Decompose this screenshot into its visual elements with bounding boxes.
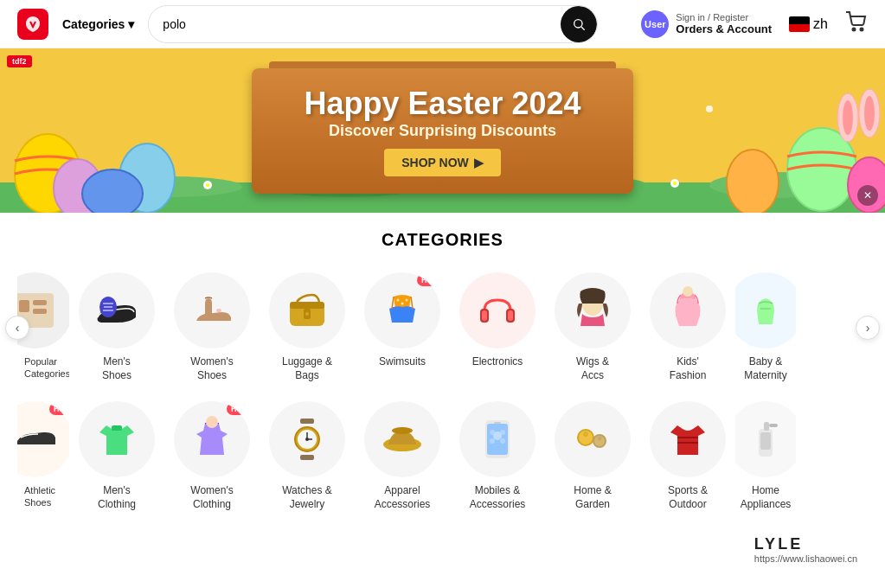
list-item[interactable]: ApparelAccessories: [355, 396, 450, 516]
banner-content: Happy Easter 2024 Discover Surprising Di…: [252, 68, 632, 194]
svg-point-38: [864, 96, 875, 131]
banner-badge: tdf2: [7, 55, 32, 67]
search-button[interactable]: [561, 6, 597, 42]
list-item[interactable]: Kids'Fashion: [640, 267, 735, 387]
svg-rect-85: [769, 424, 778, 427]
svg-rect-61: [300, 455, 314, 460]
svg-point-23: [82, 169, 143, 213]
banner-title: Happy Easter 2024: [304, 86, 580, 122]
svg-point-68: [392, 427, 413, 434]
categories-title: CATEGORIES: [17, 230, 868, 250]
list-item[interactable]: Hot AthleticShoes: [17, 396, 69, 514]
list-item[interactable]: Hot Women'sClothing: [164, 396, 260, 516]
mens-clothing-icon: [91, 413, 143, 465]
user-avatar: User: [641, 10, 669, 38]
categories-label: Categories: [62, 17, 125, 31]
svg-point-49: [397, 299, 400, 302]
categories-row-1-wrapper: ‹ PopularCategories: [17, 267, 868, 387]
play-icon: ▶: [474, 156, 484, 169]
swimsuits-icon: [376, 284, 428, 336]
categories-prev-button[interactable]: ‹: [5, 316, 29, 340]
svg-point-75: [500, 438, 505, 444]
list-item[interactable]: Baby &Maternity: [735, 267, 796, 387]
logo[interactable]: [17, 9, 48, 40]
svg-point-72: [490, 430, 495, 435]
svg-point-74: [490, 438, 495, 444]
mobiles-accessories-icon: [471, 413, 523, 465]
list-item[interactable]: Hot Swimsuits: [355, 267, 450, 374]
watches-jewelry-icon: [281, 413, 333, 465]
list-item[interactable]: Women'sShoes: [164, 267, 260, 387]
home-garden-icon: [567, 413, 619, 465]
list-item[interactable]: Electronics: [450, 267, 545, 374]
orders-label: Orders & Account: [676, 22, 772, 35]
list-item[interactable]: Luggage &Bags: [260, 267, 355, 387]
svg-point-48: [305, 312, 309, 316]
svg-point-50: [406, 299, 408, 302]
user-section[interactable]: User Sign in / Register Orders & Account: [641, 10, 772, 38]
list-item[interactable]: Men'sShoes: [69, 267, 164, 387]
sports-outdoor-icon: [662, 413, 714, 465]
svg-line-1: [581, 27, 585, 30]
svg-rect-60: [300, 419, 314, 424]
banner-close-button[interactable]: ✕: [857, 185, 878, 206]
categories-next-button[interactable]: ›: [856, 316, 880, 340]
shop-now-button[interactable]: SHOP NOW ▶: [384, 149, 501, 176]
svg-point-19: [706, 105, 713, 112]
list-item[interactable]: Watches &Jewelry: [260, 396, 355, 516]
svg-rect-76: [494, 422, 501, 424]
language-selector[interactable]: zh: [789, 16, 828, 32]
search-bar: [148, 5, 598, 43]
bags-icon: [281, 284, 333, 336]
hot-badge: Hot: [49, 403, 69, 415]
search-icon: [572, 17, 586, 31]
mens-shoes-icon: [91, 284, 143, 336]
list-item[interactable]: HomeAppliances: [735, 396, 796, 516]
list-item[interactable]: Wigs &Accs: [545, 267, 640, 387]
womens-shoes-icon: [186, 284, 238, 336]
list-item[interactable]: Home &Garden: [545, 396, 640, 516]
kids-fashion-icon: [662, 284, 714, 336]
banner-subtitle: Discover Surprising Discounts: [304, 122, 580, 140]
svg-point-51: [401, 303, 404, 305]
lang-label: zh: [813, 16, 828, 32]
svg-point-21: [727, 150, 779, 213]
electronics-icon: [471, 284, 523, 336]
search-input[interactable]: [149, 10, 561, 38]
banner: tdf2 Happy Easter 2024 Discover Surprisi…: [0, 48, 885, 213]
womens-clothing-icon: [186, 413, 238, 465]
athletic-shoes-icon: [17, 413, 61, 465]
svg-rect-40: [19, 300, 29, 312]
svg-point-57: [683, 286, 693, 297]
svg-point-73: [500, 430, 505, 435]
svg-rect-46: [290, 302, 324, 309]
banner-board: Happy Easter 2024 Discover Surprising Di…: [252, 68, 632, 194]
categories-row-2-wrapper: Hot AthleticShoes: [17, 396, 868, 516]
list-item[interactable]: Sports &Outdoor: [640, 396, 735, 516]
svg-rect-84: [764, 422, 769, 431]
list-item[interactable]: Mobiles &Accessories: [450, 396, 545, 516]
svg-rect-42: [33, 309, 47, 314]
hot-badge: Hot: [227, 403, 248, 415]
svg-point-31: [673, 182, 677, 185]
svg-rect-55: [508, 310, 513, 321]
categories-section: CATEGORIES ‹ PopularCategories: [0, 213, 885, 525]
svg-point-2: [853, 28, 856, 30]
list-item[interactable]: Men'sClothing: [69, 396, 164, 516]
svg-point-79: [583, 431, 588, 437]
cart-icon: [845, 11, 868, 32]
wigs-icon: [567, 284, 619, 336]
categories-button[interactable]: Categories ▾: [62, 17, 134, 31]
categories-row-2: Hot AthleticShoes: [17, 396, 868, 516]
svg-rect-86: [760, 432, 771, 450]
chevron-down-icon: ▾: [128, 17, 134, 31]
cart-button[interactable]: [845, 11, 868, 37]
header-right: User Sign in / Register Orders & Account…: [641, 10, 868, 38]
svg-point-25: [206, 183, 209, 187]
baby-maternity-icon: [740, 284, 792, 336]
svg-rect-58: [112, 425, 122, 431]
svg-point-37: [843, 100, 853, 135]
svg-rect-41: [33, 300, 47, 305]
header: Categories ▾ User Sign in / Register Ord…: [0, 0, 885, 48]
svg-rect-54: [482, 310, 487, 321]
